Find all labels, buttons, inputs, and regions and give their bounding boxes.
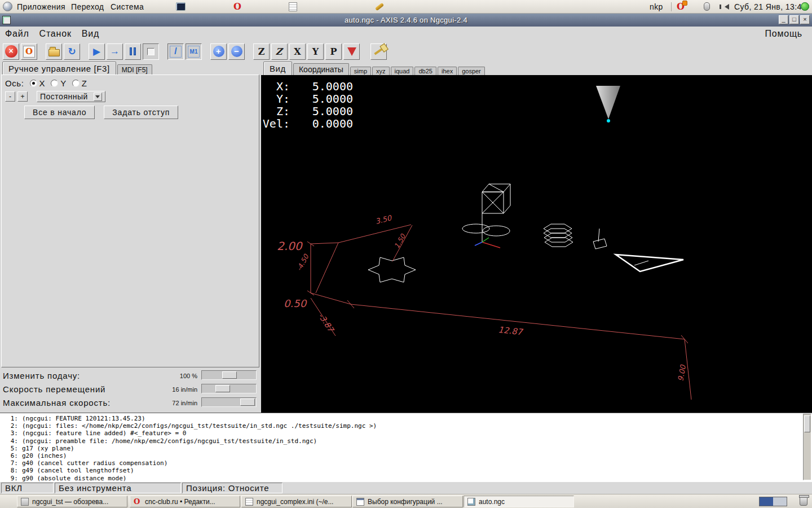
toolbar: × O ↻ ▶ → / M1 + − Z Z X Y P [0, 41, 812, 62]
radio-z-icon [72, 80, 80, 87]
view-perspective-button[interactable]: P [325, 43, 342, 60]
close-button[interactable]: × [800, 15, 810, 24]
tab-ihex[interactable]: ihex [438, 67, 457, 75]
view-rotated-top-button[interactable]: Z [271, 43, 288, 60]
tab-gosper[interactable]: gosper [458, 67, 485, 75]
menu-help[interactable]: Помощь [760, 28, 807, 40]
view-front-button[interactable]: Y [307, 43, 324, 60]
menu-view[interactable]: Вид [77, 28, 104, 40]
jog-speed-combobox[interactable]: Постоянный [37, 91, 105, 102]
distro-menu-icon[interactable] [3, 0, 12, 13]
view-side-icon: X [294, 46, 301, 57]
tab-db25[interactable]: db25 [414, 67, 436, 75]
tab-manual-control[interactable]: Ручное управление [F3] [2, 62, 116, 75]
tray-mouse[interactable] [704, 0, 710, 13]
jog-mode-value: Постоянный [40, 92, 88, 101]
window-icon[interactable] [2, 16, 11, 24]
view-top-button[interactable]: Z [253, 43, 270, 60]
gcode-line[interactable]: 6:g20 (inches) [3, 452, 812, 459]
tray-opera[interactable]: O [677, 0, 685, 13]
dro-x-value: 5.0000 [312, 80, 353, 93]
rotate-view-button[interactable] [343, 43, 360, 60]
gcode-line[interactable]: 8:g49 (cancel tool lengthoffset) [3, 467, 812, 474]
zoom-out-icon: − [231, 46, 242, 57]
workspace-switcher[interactable] [759, 497, 787, 506]
maximize-button[interactable]: □ [789, 15, 799, 24]
taskbar-item-editor[interactable]: ngcgui_complex.ini (~/e... [241, 496, 352, 507]
workspace-1[interactable] [760, 497, 773, 506]
tab-simp[interactable]: simp [350, 67, 371, 75]
radio-axis-x[interactable]: X [30, 78, 46, 88]
estop-button[interactable]: × [3, 43, 19, 60]
user-applet[interactable]: nkp [650, 0, 663, 13]
trash-icon[interactable] [800, 497, 807, 506]
preview-3d-canvas[interactable]: X: 5.0000 Y: 5.0000 Z: 5.0000 Vel: 0.000… [261, 75, 812, 413]
combo-arrow-button[interactable] [94, 93, 102, 101]
jog-speed-handle[interactable] [215, 385, 230, 392]
reload-file-button[interactable]: ↻ [64, 43, 80, 60]
tab-iquad[interactable]: iquad [391, 67, 414, 75]
tab-xyz[interactable]: xyz [372, 67, 390, 75]
jog-minus-button[interactable]: - [5, 91, 15, 102]
feed-override-handle[interactable] [222, 371, 237, 379]
pause-button[interactable] [125, 43, 141, 60]
launcher-terminal[interactable] [176, 0, 186, 13]
tab-preview[interactable]: Вид [263, 62, 292, 75]
menu-applications[interactable]: Приложения [17, 0, 65, 13]
dro-readout: X: 5.0000 Y: 5.0000 Z: 5.0000 Vel: 0.000… [263, 80, 353, 130]
tray-volume[interactable] [720, 0, 729, 13]
max-velocity-slider[interactable] [201, 397, 257, 407]
block-delete-toggle[interactable]: / [167, 43, 184, 60]
gcode-line[interactable]: 2:(ngcgui: files: </home/nkp/emc2/config… [3, 422, 812, 430]
gcode-line[interactable]: 3:(ngcgui: feature line added) #<_featur… [3, 430, 812, 437]
home-all-button[interactable]: Все в начало [24, 106, 95, 119]
gcode-line[interactable]: 7:g40 (cancel cutter radius compensation… [3, 459, 812, 467]
reload-icon: ↻ [68, 46, 76, 58]
optional-stop-toggle[interactable]: M1 [186, 43, 202, 60]
zoom-in-button[interactable]: + [210, 43, 227, 60]
touch-off-button[interactable]: Задать отступ [104, 106, 178, 119]
clock-applet[interactable]: Суб, 21 Янв, 13:45 [734, 0, 806, 13]
gcode-line[interactable]: 1:(ngcgui: FEATURE 120121:13.45.23) [3, 415, 812, 422]
radio-axis-y[interactable]: Y [51, 78, 67, 88]
workspace-2[interactable] [773, 497, 787, 506]
launcher-opera[interactable]: O [233, 0, 241, 13]
gcode-scrollbar-thumb[interactable] [804, 415, 810, 432]
launcher-editor[interactable] [289, 0, 297, 13]
taskbar-item-axis[interactable]: auto.ngc [464, 496, 574, 507]
menu-system[interactable]: Система [111, 0, 144, 13]
taskbar-item-file-browser[interactable]: ngcgui_tst — обозрева... [17, 496, 127, 507]
run-program-button[interactable]: ▶ [89, 43, 105, 60]
jog-plus-button[interactable]: + [17, 91, 28, 102]
step-button[interactable]: → [107, 43, 123, 60]
dro-y-value: 5.0000 [312, 92, 353, 106]
gcode-line[interactable]: 5:g17 (xy plane) [3, 445, 812, 452]
minimize-button[interactable]: _ [779, 15, 788, 24]
taskbar-item-opera[interactable]: O cnc-club.ru • Редакти... [130, 496, 240, 507]
tab-dro[interactable]: Координаты [293, 63, 349, 75]
clear-plot-button[interactable] [370, 43, 387, 60]
radio-axis-z[interactable]: Z [72, 78, 87, 88]
launcher-tool[interactable] [375, 0, 384, 13]
feed-override-slider[interactable] [201, 370, 257, 380]
menu-file[interactable]: Файл [0, 28, 34, 40]
feed-override-value: 100 % [180, 373, 197, 379]
gcode-scrollbar[interactable] [803, 414, 811, 480]
max-velocity-handle[interactable] [240, 398, 255, 406]
menu-machine[interactable]: Станок [34, 28, 77, 40]
machine-power-button[interactable]: O [21, 43, 37, 60]
gcode-line[interactable]: 4:(ngcgui: preamble file: /home/nkp/emc2… [3, 437, 812, 445]
jog-speed-slider[interactable] [201, 384, 257, 393]
taskbar-item-config-picker[interactable]: Выбор конфигураций ... [352, 496, 463, 507]
jog-speed-row: Скорость перемещений 16 in/min [0, 383, 259, 396]
dim-3-50: 3.50 [374, 213, 393, 226]
logout-applet[interactable] [801, 0, 809, 13]
view-side-button[interactable]: X [289, 43, 306, 60]
zoom-out-button[interactable]: − [228, 43, 245, 60]
menu-places[interactable]: Переход [71, 0, 104, 13]
open-file-button[interactable] [46, 43, 62, 60]
gcode-line[interactable]: 9:g90 (absolute distance mode) [3, 475, 812, 482]
stop-button[interactable] [143, 43, 159, 60]
window-titlebar[interactable]: auto.ngc - AXIS 2.4.6 on Ngcgui-2.4 _ □ … [0, 14, 812, 27]
tab-mdi[interactable]: MDI [F5] [117, 64, 152, 75]
